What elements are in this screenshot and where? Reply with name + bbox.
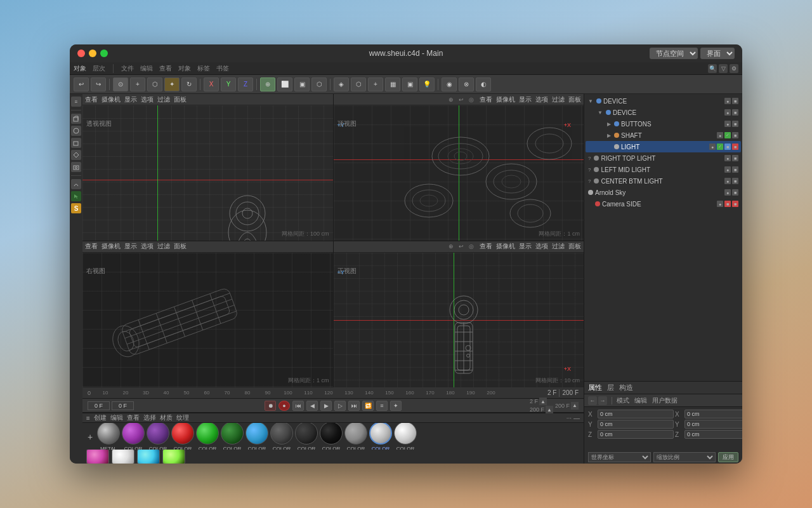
- menu-bookmark[interactable]: 书签: [216, 64, 229, 73]
- end-frame-arrow2[interactable]: ▲: [571, 402, 579, 410]
- tree-lock-device-root[interactable]: ■: [732, 98, 738, 104]
- tree-item-device-child[interactable]: ▼ DEVICE ● ■: [586, 107, 741, 118]
- vp-front-options[interactable]: 选项: [535, 242, 548, 251]
- tree-expand-device-root[interactable]: ▼: [588, 98, 593, 104]
- tree-lock-rtl[interactable]: ■: [732, 155, 738, 161]
- menu-object[interactable]: 对象: [178, 64, 191, 73]
- mat-dots[interactable]: ···: [566, 415, 572, 422]
- sidebar-active-tool[interactable]: S: [71, 203, 81, 213]
- rsp-edit-btn[interactable]: 编辑: [634, 396, 647, 405]
- tree-expand-device-child[interactable]: ▼: [598, 110, 603, 116]
- tree-red-cam[interactable]: ■: [724, 201, 731, 207]
- keyframe-input[interactable]: [112, 401, 134, 410]
- new-obj-btn[interactable]: ⊙: [113, 77, 128, 91]
- mat-view[interactable]: 查看: [127, 413, 140, 422]
- vp-top-panel[interactable]: 面板: [568, 95, 581, 104]
- tree-vis-device-child[interactable]: ●: [724, 109, 731, 116]
- material-color4[interactable]: COLOR: [196, 423, 219, 450]
- vp-right-filter[interactable]: 过滤: [157, 242, 170, 251]
- rsp-tab-properties[interactable]: 属性: [588, 383, 602, 392]
- menu-edit[interactable]: 编辑: [140, 64, 153, 73]
- viewport-perspective[interactable]: 查看 摄像机 显示 选项 过滤 面板: [82, 94, 333, 241]
- add-btn[interactable]: +: [130, 77, 145, 91]
- material-color3[interactable]: COLOR: [171, 423, 194, 450]
- extra1-btn[interactable]: ◉: [442, 77, 457, 91]
- mat-material[interactable]: 材质: [160, 413, 173, 422]
- filter-icon[interactable]: ▽: [719, 64, 728, 73]
- tree-vis-buttons[interactable]: ●: [724, 121, 731, 127]
- vp-view[interactable]: 查看: [85, 95, 98, 104]
- menu-view[interactable]: 查看: [159, 64, 172, 73]
- vp-top-nav3[interactable]: ◎: [467, 95, 476, 104]
- vp-right-panel[interactable]: 面板: [174, 242, 187, 251]
- star-btn[interactable]: ✦: [164, 77, 180, 91]
- tree-vis-shaft[interactable]: ●: [717, 132, 723, 138]
- polygon-btn[interactable]: ⬡: [147, 77, 162, 91]
- mat-create[interactable]: 创建: [94, 413, 107, 422]
- vp-top-options[interactable]: 选项: [535, 95, 548, 104]
- x-axis-btn[interactable]: X: [204, 77, 219, 91]
- vp-front-display[interactable]: 显示: [519, 242, 532, 251]
- material-metal[interactable]: METAL: [97, 423, 120, 450]
- light-btn[interactable]: 💡: [419, 77, 435, 91]
- viewport-right[interactable]: 查看 摄像机 显示 选项 过滤 面板: [82, 241, 333, 388]
- render2-btn[interactable]: ⬡: [351, 77, 366, 91]
- vp-front-nav1[interactable]: ⊕: [447, 242, 455, 251]
- render-btn[interactable]: ◈: [334, 77, 349, 91]
- sidebar-select[interactable]: [71, 191, 81, 201]
- tree-tag-shaft[interactable]: ✓: [724, 132, 731, 138]
- node-space-dropdown[interactable]: 节点空间: [650, 48, 698, 59]
- tl-loop[interactable]: 🔁: [362, 401, 374, 411]
- maximize-button[interactable]: [100, 50, 108, 57]
- end-frame-arrow[interactable]: ▲: [539, 398, 547, 405]
- active-tool-btn[interactable]: ⊕: [260, 77, 275, 91]
- menu-tag[interactable]: 标签: [197, 64, 210, 73]
- sidebar-camera[interactable]: [71, 162, 81, 172]
- tree-extra-light[interactable]: ■: [732, 144, 738, 150]
- right-panel-layer-tab[interactable]: 层次: [93, 64, 105, 73]
- undo-btn[interactable]: ↩: [74, 77, 89, 91]
- extra3-btn[interactable]: ◐: [476, 77, 491, 91]
- wire-btn[interactable]: ▣: [294, 77, 310, 91]
- tree-lock-buttons[interactable]: ■: [732, 121, 738, 127]
- settings-icon[interactable]: ⚙: [730, 64, 738, 73]
- rsp-userdata-btn[interactable]: 用户数据: [652, 396, 678, 405]
- close-button[interactable]: [77, 50, 85, 57]
- tree-tag-light[interactable]: ✓: [717, 144, 723, 150]
- right-panel-obj-tab[interactable]: 对象: [74, 64, 86, 73]
- vp-top-display[interactable]: 显示: [519, 95, 532, 104]
- tl-magnet[interactable]: ✦: [390, 401, 402, 411]
- tree-color-light[interactable]: ■: [724, 144, 731, 150]
- viewport-top[interactable]: ⊕ ↩ ◎ 查看 摄像机 显示 选项 过滤 面板: [334, 94, 584, 241]
- material-color5[interactable]: COLOR: [221, 423, 244, 450]
- tree-item-center-btm-light[interactable]: ? CENTER BTM LIGHT ● ■: [586, 175, 741, 187]
- sidebar-sphere[interactable]: [71, 126, 81, 136]
- apply-btn[interactable]: 应用: [718, 452, 738, 462]
- vp-options[interactable]: 选项: [141, 95, 154, 104]
- sidebar-cube[interactable]: [71, 114, 81, 124]
- vp-front-panel[interactable]: 面板: [568, 242, 581, 251]
- input-z-rot[interactable]: [684, 430, 742, 439]
- vp-front-filter[interactable]: 过滤: [552, 242, 565, 251]
- tl-goto-end[interactable]: ⏭: [348, 401, 360, 411]
- vp-panel[interactable]: 面板: [174, 95, 187, 104]
- vp-top-nav2[interactable]: ↩: [457, 95, 466, 104]
- minimize-button[interactable]: [89, 50, 96, 57]
- material-color1[interactable]: COLOR: [122, 423, 145, 450]
- tree-expand-buttons[interactable]: ▶: [607, 121, 611, 127]
- vp-front-camera[interactable]: 摄像机: [496, 242, 515, 251]
- mat-small-3[interactable]: [137, 450, 160, 464]
- mat-texture[interactable]: 纹理: [176, 413, 189, 422]
- tree-lock-device-child[interactable]: ■: [732, 109, 738, 116]
- material-color2[interactable]: COLOR: [147, 423, 169, 450]
- vp-filter[interactable]: 过滤: [157, 95, 170, 104]
- sidebar-deform[interactable]: [71, 179, 81, 189]
- rotate-btn[interactable]: ↻: [181, 77, 197, 91]
- vp-top-camera[interactable]: 摄像机: [496, 95, 515, 104]
- tree-item-arnold-sky[interactable]: Arnold Sky ● ■: [586, 187, 741, 198]
- rsp-back-btn[interactable]: ←: [588, 396, 597, 405]
- input-z-pos[interactable]: [598, 430, 674, 439]
- tl-step-back[interactable]: ◀: [306, 401, 318, 411]
- shape-btn[interactable]: ⬡: [311, 77, 327, 91]
- vp-right-display[interactable]: 显示: [124, 242, 137, 251]
